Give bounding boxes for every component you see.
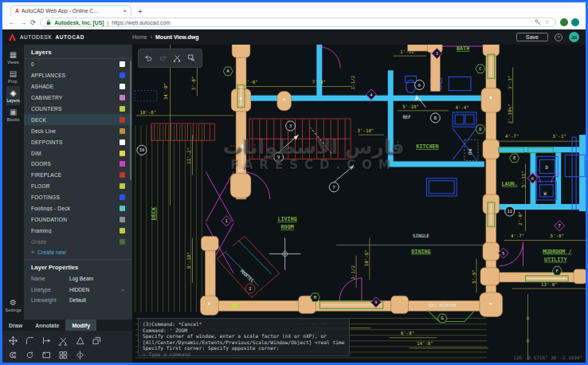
- create-new-layer-button[interactable]: + Create new: [24, 247, 132, 260]
- layer-color-swatch[interactable]: [120, 206, 125, 211]
- chevron-down-icon[interactable]: ⌄: [120, 286, 125, 292]
- property-row-linetype[interactable]: Linetype HIDDEN⌄: [24, 285, 132, 296]
- layer-row[interactable]: FOOTINGS: [24, 192, 132, 203]
- layer-row[interactable]: Grade: [24, 236, 132, 247]
- key-icon[interactable]: [535, 19, 541, 26]
- layer-row[interactable]: CABINETRY: [24, 92, 132, 104]
- command-line-panel[interactable]: (3)Command: *Cancel*Command: '_ZOOMSpeci…: [138, 318, 350, 356]
- sidebar-item-layers[interactable]: ◈ Layers: [6, 86, 20, 105]
- ribbon-tabs: DrawAnnotateModify: [2, 320, 132, 331]
- layer-color-swatch[interactable]: [120, 117, 125, 123]
- layer-row[interactable]: 0: [24, 59, 132, 70]
- layer-row[interactable]: FLOOR: [24, 181, 132, 192]
- cad-text: 3'-0": [191, 77, 196, 91]
- layer-row[interactable]: DECK: [24, 114, 132, 125]
- layer-row[interactable]: APPLIANCES: [24, 70, 132, 81]
- layer-color-swatch[interactable]: [120, 84, 125, 89]
- cad-text: LIVING: [277, 216, 296, 222]
- reload-icon[interactable]: ⟳: [30, 18, 36, 26]
- back-icon[interactable]: ←: [9, 18, 16, 26]
- autodesk-logo-icon: [8, 33, 17, 41]
- layer-color-swatch[interactable]: [120, 73, 125, 78]
- layer-row[interactable]: Deck Line: [24, 125, 132, 136]
- trim-tool-icon[interactable]: [173, 51, 182, 65]
- scale-tool-icon[interactable]: [74, 335, 85, 346]
- zoom-window-icon[interactable]: [187, 51, 196, 65]
- layer-row[interactable]: DEFPOINTS: [24, 136, 132, 147]
- rectangle-tool-icon[interactable]: [41, 349, 52, 360]
- layer-color-swatch[interactable]: [120, 172, 125, 178]
- browser-tab[interactable]: A AutoCAD Web App - Online C… ×: [10, 5, 131, 16]
- layer-color-swatch[interactable]: [120, 61, 125, 67]
- breadcrumb-separator: ›: [151, 34, 152, 40]
- layer-row[interactable]: COUNTERS: [24, 104, 132, 115]
- sidebar-item-prop[interactable]: ▤ Prop.: [6, 67, 20, 86]
- hex-callout: D: [476, 125, 485, 134]
- layers-panel: Layers 0 APPLIANCES ASHADE CABINETRY COU…: [24, 45, 132, 320]
- panel-scrollbar[interactable]: [130, 61, 131, 180]
- sidebar-item-views[interactable]: ▦ Views: [6, 48, 20, 67]
- layer-color-swatch[interactable]: [120, 151, 125, 156]
- move-tool-icon[interactable]: [7, 335, 18, 346]
- sidebar-item-blocks[interactable]: ▣ Blocks: [6, 105, 20, 124]
- layer-row[interactable]: FOUNDATION: [24, 214, 132, 225]
- layer-row[interactable]: FIREPLACE: [24, 170, 132, 181]
- layer-color-swatch[interactable]: [120, 228, 125, 234]
- cad-text: 3'-3": [508, 76, 512, 90]
- layer-color-swatch[interactable]: [120, 194, 125, 200]
- trim-tool-icon[interactable]: [57, 335, 69, 346]
- undo-icon[interactable]: [144, 51, 153, 65]
- cad-text: 10'-0": [139, 110, 156, 115]
- tab-modify[interactable]: Modify: [65, 320, 96, 331]
- user-avatar[interactable]: JB: [569, 32, 579, 42]
- sidebar-item-settings[interactable]: ⚙ Settings: [2, 296, 24, 315]
- layer-color-swatch[interactable]: [120, 239, 125, 245]
- redo-icon[interactable]: [159, 51, 167, 65]
- layer-color-swatch[interactable]: [120, 128, 125, 134]
- layer-color-swatch[interactable]: [120, 217, 125, 222]
- layer-row[interactable]: Footings - Deck: [24, 203, 132, 214]
- layer-row[interactable]: DOORS: [24, 159, 132, 170]
- properties-icon: ▤: [10, 70, 17, 78]
- new-tab-button[interactable]: +: [138, 7, 143, 16]
- cad-text: LAUN.: [502, 181, 518, 187]
- layer-row[interactable]: ASHADE: [24, 81, 132, 92]
- extension-avatar[interactable]: [560, 18, 568, 26]
- profile-avatar[interactable]: [571, 18, 579, 26]
- address-bar[interactable]: Autodesk, Inc. [US] | https://web.autoca…: [40, 18, 556, 27]
- rotate-tool-icon[interactable]: [24, 349, 35, 360]
- command-input[interactable]: > Type a command: [143, 351, 345, 358]
- layer-color-swatch[interactable]: [120, 183, 125, 189]
- save-button[interactable]: Save: [516, 33, 548, 41]
- array-tool-icon[interactable]: [57, 349, 69, 360]
- forward-icon[interactable]: →: [20, 18, 27, 26]
- layer-row[interactable]: Framing: [24, 225, 132, 236]
- layer-row[interactable]: DIM: [24, 147, 132, 159]
- fillet-tool-icon[interactable]: [24, 335, 35, 346]
- layer-color-swatch[interactable]: [120, 161, 125, 167]
- copy-tool-icon[interactable]: [91, 335, 102, 346]
- tool-rail: ▦ Views▤ Prop.◈ Layers▣ Blocks ⚙ Setting…: [2, 45, 24, 320]
- tab-annotate[interactable]: Annotate: [29, 320, 65, 331]
- layer-color-swatch[interactable]: [120, 139, 125, 145]
- breadcrumb: Home › Mount View.dwg: [132, 34, 198, 40]
- cad-text: 7'-0": [244, 80, 257, 84]
- mirror-tool-icon[interactable]: [74, 349, 85, 360]
- layer-color-swatch[interactable]: [120, 106, 125, 112]
- tab-draw[interactable]: Draw: [2, 320, 29, 331]
- drawing-canvas[interactable]: 34'-0"3'-0"10'-0"7'-0"7'-0"1'-11"5'-10"4…: [132, 45, 586, 363]
- layer-color-swatch[interactable]: [120, 95, 125, 100]
- close-tab-icon[interactable]: ×: [123, 7, 127, 14]
- extend-tool-icon[interactable]: [41, 335, 52, 346]
- circle-callout: 11: [505, 206, 515, 216]
- cad-text: DW: [468, 148, 472, 155]
- cad-text: REF: [402, 115, 411, 120]
- bookmark-star-icon[interactable]: ☆: [545, 19, 550, 26]
- help-icon[interactable]: ?: [555, 33, 563, 41]
- floorplan-svg[interactable]: 34'-0"3'-0"10'-0"7'-0"7'-0"1'-11"5'-10"4…: [132, 45, 586, 363]
- property-row-lineweight[interactable]: Lineweight Default: [24, 295, 132, 306]
- property-row-name[interactable]: Name Log Beam: [24, 273, 132, 285]
- offset-tool-icon[interactable]: [7, 349, 18, 360]
- breadcrumb-home[interactable]: Home: [132, 34, 147, 40]
- stairs: [151, 119, 351, 159]
